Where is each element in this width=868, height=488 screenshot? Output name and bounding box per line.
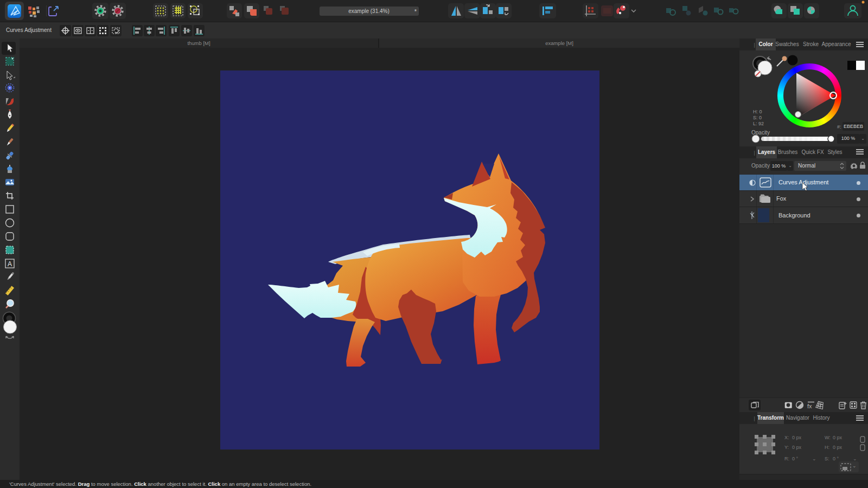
svg-text:example (31.4%): example (31.4%): [348, 8, 390, 14]
svg-text:A: A: [8, 260, 12, 268]
svg-text:*: *: [414, 8, 417, 15]
svg-text:fx: fx: [807, 403, 812, 409]
